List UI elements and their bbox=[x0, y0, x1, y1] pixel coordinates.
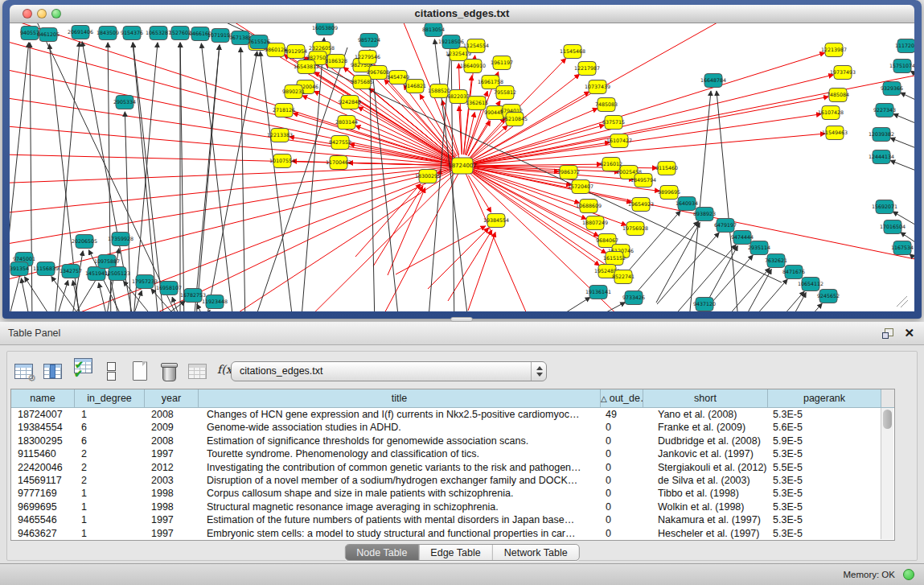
delete-column-icon[interactable] bbox=[158, 360, 179, 381]
network-node[interactable]: 11923448 bbox=[202, 295, 228, 309]
network-node[interactable]: 18807249 bbox=[582, 216, 608, 230]
network-node[interactable]: 16210845 bbox=[502, 113, 528, 126]
network-node[interactable]: 1167534 bbox=[891, 241, 914, 255]
network-node[interactable]: 16107428 bbox=[818, 106, 844, 120]
network-node[interactable]: 16053809 bbox=[312, 23, 338, 35]
column-header-year[interactable]: year bbox=[145, 389, 199, 408]
network-node[interactable]: 15751074 bbox=[889, 60, 914, 73]
network-node[interactable]: 12217987 bbox=[574, 62, 600, 76]
network-node[interactable]: 8186328 bbox=[325, 55, 347, 68]
network-node[interactable]: 18640910 bbox=[460, 60, 486, 73]
network-node[interactable]: 11549463 bbox=[822, 126, 848, 140]
network-node[interactable]: 8427552 bbox=[329, 136, 351, 150]
tab-edge-table[interactable]: Edge Table bbox=[419, 545, 492, 560]
network-node[interactable]: 1843509 bbox=[97, 27, 119, 40]
network-node[interactable]: 1117203 bbox=[895, 39, 914, 53]
network-node[interactable]: 12444134 bbox=[869, 150, 894, 164]
scrollbar-thumb[interactable] bbox=[883, 410, 892, 429]
table-row[interactable]: 1938455462009Genome-wide association stu… bbox=[11, 421, 894, 434]
network-node[interactable]: 17957233 bbox=[132, 275, 158, 289]
network-node[interactable]: 10107554 bbox=[269, 154, 295, 168]
network-node[interactable]: 19654923 bbox=[628, 198, 654, 212]
column-header-in_degree[interactable]: in_degree bbox=[75, 389, 145, 408]
column-visibility-icon[interactable] bbox=[42, 360, 64, 381]
network-node[interactable]: 12213383 bbox=[267, 129, 293, 142]
table-row[interactable]: 1456911722003Disruption of a novel membe… bbox=[11, 474, 894, 487]
network-node[interactable]: 10654112 bbox=[798, 278, 823, 291]
network-node[interactable]: 12279546 bbox=[355, 51, 380, 64]
network-node[interactable]: 2935114 bbox=[748, 241, 770, 255]
table-row[interactable]: 911546021997Tourette syndrome. Phenomeno… bbox=[11, 447, 894, 460]
table-row[interactable]: 969969511998Structural magnetic resonanc… bbox=[11, 501, 894, 513]
network-node[interactable]: 9857224 bbox=[358, 34, 380, 47]
network-node[interactable]: 8938923 bbox=[693, 208, 716, 221]
network-node[interactable]: 6216012 bbox=[600, 158, 622, 171]
network-node[interactable]: 15692071 bbox=[872, 200, 897, 214]
network-node[interactable]: 19218506 bbox=[438, 35, 464, 49]
network-node[interactable]: 2803144 bbox=[335, 116, 358, 130]
network-node[interactable]: 7955812 bbox=[494, 86, 516, 100]
network-node[interactable]: 11254554 bbox=[463, 39, 489, 53]
network-node[interactable]: 7485083 bbox=[595, 98, 618, 112]
select-columns-icon[interactable] bbox=[71, 360, 92, 381]
create-column-icon[interactable] bbox=[129, 360, 150, 381]
table-row[interactable]: 977716911998Corpus callosum shape and si… bbox=[11, 487, 894, 500]
network-node[interactable]: 12213987 bbox=[821, 43, 847, 57]
column-header-out_de[interactable]: △out_de… bbox=[601, 389, 643, 408]
network-node[interactable]: 8912954 bbox=[285, 45, 307, 59]
network-node[interactable]: 1527602 bbox=[169, 27, 191, 40]
network-node[interactable]: 1342757 bbox=[60, 265, 82, 278]
network-node[interactable]: 9227343 bbox=[873, 104, 896, 117]
float-panel-icon[interactable] bbox=[882, 328, 893, 339]
network-node[interactable]: 20206505 bbox=[72, 235, 97, 249]
network-node[interactable]: 1640934 bbox=[676, 197, 698, 211]
network-canvas[interactable]: 1872400776638229860128891295423226058982… bbox=[10, 23, 914, 311]
window-titlebar[interactable]: citations_edges.txt bbox=[10, 5, 914, 23]
network-node[interactable]: 8471676 bbox=[782, 266, 805, 279]
attribute-table-icon[interactable] bbox=[13, 360, 35, 381]
network-node[interactable]: 19136141 bbox=[585, 286, 611, 299]
table-selector-dropdown[interactable]: citations_edges.txt bbox=[231, 361, 547, 381]
network-node[interactable]: 10688609 bbox=[576, 200, 602, 213]
tab-network-table[interactable]: Network Table bbox=[493, 545, 579, 560]
network-node[interactable]: 19384554 bbox=[483, 214, 509, 228]
network-node[interactable]: 7632621 bbox=[765, 254, 787, 268]
table-row[interactable]: 1830029562008Estimation of significance … bbox=[11, 435, 894, 447]
network-node[interactable]: 1615152 bbox=[603, 252, 626, 266]
network-node[interactable]: 7615526 bbox=[248, 35, 270, 49]
network-node[interactable]: 9242848 bbox=[339, 96, 361, 109]
network-node[interactable]: 18300295 bbox=[415, 170, 441, 183]
network-node[interactable]: 17016504 bbox=[880, 220, 906, 234]
network-node[interactable]: 12505123 bbox=[105, 267, 130, 281]
network-node[interactable]: 8522741 bbox=[612, 270, 634, 284]
network-node[interactable]: 391354 bbox=[10, 262, 29, 276]
network-node[interactable]: 16107427 bbox=[606, 134, 632, 148]
network-node[interactable]: 9437120 bbox=[693, 298, 716, 311]
network-node[interactable]: 8813054 bbox=[422, 23, 445, 37]
network-node[interactable]: 16648784 bbox=[700, 74, 726, 88]
row-height-icon[interactable] bbox=[100, 360, 121, 381]
network-node[interactable]: 9329366 bbox=[881, 82, 903, 96]
network-node[interactable]: 19756928 bbox=[622, 222, 648, 236]
network-node[interactable]: 19737493 bbox=[830, 66, 856, 80]
network-node[interactable]: 6375715 bbox=[602, 116, 625, 130]
network-node[interactable]: 9875685 bbox=[351, 76, 373, 89]
network-node[interactable]: 11545468 bbox=[560, 45, 585, 59]
network-node[interactable]: 16958107 bbox=[156, 282, 182, 295]
column-header-short[interactable]: short bbox=[643, 389, 768, 408]
network-node[interactable]: 1362615 bbox=[466, 97, 488, 110]
network-node[interactable]: 9733426 bbox=[622, 291, 645, 305]
network-node[interactable]: 9245652 bbox=[817, 290, 840, 303]
network-node[interactable]: 16543812 bbox=[294, 60, 319, 74]
network-node[interactable]: 10653287 bbox=[146, 27, 171, 40]
close-panel-icon[interactable]: ✕ bbox=[904, 326, 914, 340]
column-header-title[interactable]: title bbox=[199, 389, 601, 408]
network-node[interactable]: 9899695 bbox=[658, 186, 680, 200]
table-row[interactable]: 1872400712008Changes of HCN gene express… bbox=[11, 408, 894, 421]
network-node[interactable]: 6479197 bbox=[714, 219, 737, 233]
network-node[interactable]: 11156839 bbox=[33, 262, 59, 276]
network-node[interactable]: 9474444 bbox=[731, 231, 754, 245]
network-node[interactable]: 10975887 bbox=[94, 255, 120, 269]
network-node[interactable]: 1961197 bbox=[491, 56, 513, 70]
network-node[interactable]: 17359928 bbox=[108, 233, 133, 246]
